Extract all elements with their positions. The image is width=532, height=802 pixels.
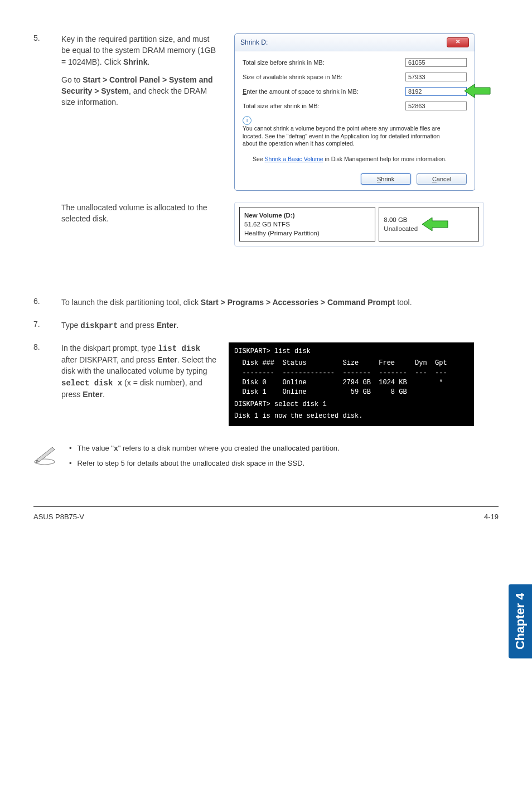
shrink-row-avail: Size of available shrink space in MB: 57…: [243, 73, 467, 81]
svg-marker-1: [422, 218, 448, 231]
step8-text: In the diskpart prompt, type list disk a…: [61, 342, 217, 400]
step7-number: 7.: [33, 320, 61, 328]
vol-right-l2: Unallocated: [384, 225, 418, 232]
step6-number: 6.: [33, 297, 61, 306]
shrink-title-text: Shrink D:: [240, 38, 268, 46]
cancel-button[interactable]: CancelCancel: [417, 173, 467, 185]
step8-number: 8.: [33, 342, 61, 351]
step6-text: To launch the disk partitioning tool, cl…: [61, 297, 412, 308]
dp-header-sep: -------- ------------- ------- ------- -…: [234, 369, 468, 378]
step7-text: Type diskpart and press Enter.: [61, 320, 178, 331]
step5-paragraph2: Go to Start > Control Panel > System and…: [61, 74, 217, 108]
pencil-note-icon: [33, 443, 58, 467]
vol-left-l2: 51.62 GB NTFS: [244, 221, 290, 228]
step5-text1c: .: [147, 57, 149, 66]
arrow-pointer-icon: [422, 216, 449, 232]
vol-right-l1: 8.00 GB: [384, 216, 407, 223]
shrink-dialog: Shrink D: ✕ Total size before shrink in …: [234, 33, 475, 191]
shrink-lbl1: Total size before shrink in MB:: [243, 59, 325, 66]
shrink-titlebar[interactable]: Shrink D: ✕: [235, 34, 475, 51]
dp-row-disk1: Disk 1 Online 59 GB 8 GB: [234, 388, 468, 397]
dp-prompt-list: DISKPART> list disk: [234, 347, 468, 356]
volume-box-unallocated: 8.00 GB Unallocated: [379, 207, 479, 241]
dp-result: Disk 1 is now the selected disk.: [234, 412, 468, 421]
arrow-pointer-icon: [465, 83, 491, 99]
shrink-info-text: You cannot shrink a volume beyond the po…: [243, 125, 454, 148]
footer-left: ASUS P8B75-V: [33, 513, 84, 521]
step5-paragraph1: Key in the required partition size, and …: [61, 33, 217, 67]
volume-box-d: New Volume (D:) 51.62 GB NTFS Healthy (P…: [239, 207, 375, 241]
shrink-button[interactable]: ShrinkShrink: [361, 173, 411, 185]
step5-paragraph3: The unallocated volume is allocated to t…: [61, 202, 217, 225]
shrink-button-row: ShrinkShrink CancelCancel: [235, 169, 475, 190]
shrink-val1: 61055: [405, 58, 467, 67]
shrink-lbl3: EEnter the amount of space to shrink in …: [243, 88, 359, 95]
chapter-tag: Chapter 4: [509, 584, 532, 658]
shrink-input[interactable]: 8192: [405, 87, 467, 96]
shrink-see2: in Disk Management help for more informa…: [323, 156, 447, 162]
shrink-see1: See: [253, 156, 265, 162]
vol-left-l3: Healthy (Primary Partition): [244, 230, 320, 236]
shrink-help-link[interactable]: Shrink a Basic Volume: [265, 156, 323, 162]
shrink-val2: 57933: [405, 73, 467, 81]
svg-marker-0: [465, 84, 490, 98]
shrink-lbl2: Size of available shrink space in MB:: [243, 74, 342, 80]
dp-header: Disk ### Status Size Free Dyn Gpt: [234, 359, 468, 368]
dp-prompt-select: DISKPART> select disk 1: [234, 400, 468, 409]
step5-text2a: Go to: [61, 75, 83, 84]
shrink-lbl4: Total size after shrink in MB:: [243, 103, 320, 109]
dp-row-disk0: Disk 0 Online 2794 GB 1024 KB *: [234, 378, 468, 388]
footer-right: 4-19: [484, 513, 499, 521]
shrink-row-total-before: Total size before shrink in MB: 61055: [243, 58, 467, 67]
note-bullet-1: • The value "x" refers to a disk number …: [69, 443, 499, 455]
close-icon[interactable]: ✕: [447, 37, 469, 47]
step5-number: 5.: [33, 33, 61, 42]
note-bullet-2: • Refer to step 5 for details about the …: [69, 458, 499, 470]
page-footer: ASUS P8B75-V 4-19: [33, 506, 499, 521]
diskpart-output: DISKPART> list disk Disk ### Status Size…: [229, 342, 474, 426]
shrink-val4: 52863: [405, 102, 467, 110]
info-icon: i: [243, 116, 252, 125]
volume-panel: New Volume (D:) 51.62 GB NTFS Healthy (P…: [234, 202, 484, 247]
shrink-row-enter: EEnter the amount of space to shrink in …: [243, 87, 467, 96]
shrink-row-total-after: Total size after shrink in MB: 52863: [243, 102, 467, 110]
vol-left-title: New Volume (D:): [244, 212, 295, 219]
shrink-val3: 8192: [408, 88, 422, 95]
step5-text1b: Shrink: [123, 57, 148, 66]
